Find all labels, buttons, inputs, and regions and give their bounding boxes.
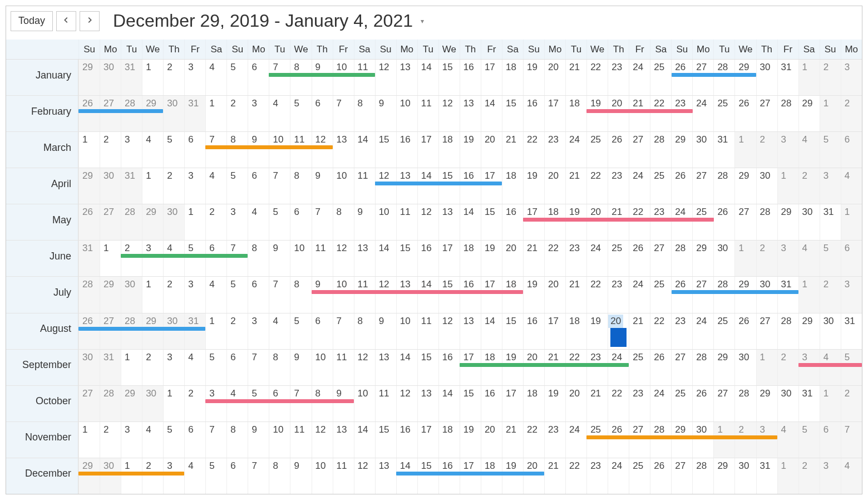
day-cell[interactable]: 5 — [163, 132, 184, 168]
day-cell[interactable]: 27 — [100, 96, 121, 131]
day-cell[interactable]: 1 — [121, 350, 142, 385]
day-cell[interactable]: 25 — [586, 132, 608, 168]
day-cell[interactable]: 30 — [756, 277, 777, 312]
day-cell[interactable]: 29 — [142, 204, 163, 240]
day-cell[interactable]: 14 — [354, 422, 375, 458]
day-cell[interactable]: 18 — [523, 386, 544, 421]
day-cell[interactable]: 12 — [375, 60, 396, 95]
day-cell[interactable]: 14 — [481, 313, 502, 349]
day-cell[interactable]: 11 — [290, 132, 311, 168]
day-cell[interactable]: 6 — [312, 96, 333, 131]
day-cell[interactable]: 12 — [375, 277, 396, 312]
event-bar[interactable] — [269, 73, 374, 77]
day-cell[interactable]: 4 — [777, 422, 798, 458]
day-cell[interactable]: 18 — [502, 277, 523, 312]
day-cell[interactable]: 6 — [184, 422, 205, 458]
day-cell[interactable]: 1 — [820, 96, 841, 131]
day-cell[interactable]: 1 — [205, 96, 226, 131]
day-cell[interactable]: 21 — [629, 96, 650, 131]
day-cell[interactable]: 6 — [226, 458, 248, 494]
day-cell[interactable]: 21 — [544, 458, 565, 494]
day-cell[interactable]: 2 — [841, 386, 862, 421]
day-cell[interactable]: 4 — [205, 60, 226, 95]
day-cell[interactable]: 5 — [820, 132, 841, 168]
day-cell[interactable]: 23 — [586, 350, 608, 385]
day-cell[interactable]: 31 — [798, 386, 820, 421]
day-cell[interactable]: 21 — [502, 422, 523, 458]
day-cell[interactable]: 26 — [734, 96, 756, 131]
day-cell[interactable]: 3 — [163, 350, 184, 385]
day-cell[interactable]: 29 — [734, 277, 756, 312]
day-cell[interactable]: 18 — [565, 96, 586, 131]
day-cell[interactable]: 9 — [312, 168, 333, 204]
day-cell[interactable]: 15 — [375, 422, 396, 458]
day-cell[interactable]: 9 — [312, 60, 333, 95]
day-cell[interactable]: 30 — [756, 168, 777, 204]
event-bar[interactable] — [312, 290, 524, 294]
day-cell[interactable]: 4 — [226, 386, 248, 421]
day-cell[interactable]: 14 — [460, 204, 481, 240]
day-cell[interactable]: 11 — [333, 458, 354, 494]
day-cell[interactable]: 1 — [777, 168, 798, 204]
day-cell[interactable]: 16 — [417, 241, 438, 276]
day-cell[interactable]: 28 — [734, 386, 756, 421]
day-cell[interactable]: 26 — [78, 96, 100, 131]
day-cell[interactable]: 30 — [692, 422, 713, 458]
day-cell[interactable]: 20 — [502, 241, 523, 276]
day-cell[interactable]: 16 — [523, 96, 544, 131]
day-cell[interactable]: 23 — [629, 386, 650, 421]
day-cell[interactable]: 21 — [565, 60, 586, 95]
day-cell[interactable]: 29 — [100, 277, 121, 312]
event-bar[interactable] — [586, 435, 777, 439]
day-cell[interactable]: 7 — [269, 60, 290, 95]
day-cell[interactable]: 19 — [586, 96, 608, 131]
day-cell[interactable]: 2 — [100, 422, 121, 458]
day-cell[interactable]: 5 — [163, 422, 184, 458]
day-cell[interactable]: 31 — [777, 277, 798, 312]
day-cell[interactable]: 16 — [396, 132, 417, 168]
day-cell[interactable]: 20 — [544, 168, 565, 204]
day-cell[interactable]: 22 — [586, 168, 608, 204]
day-cell[interactable]: 22 — [629, 204, 650, 240]
day-cell[interactable]: 12 — [333, 241, 354, 276]
day-cell[interactable]: 3 — [841, 60, 862, 95]
day-cell[interactable]: 30 — [713, 241, 734, 276]
day-cell[interactable]: 30 — [820, 313, 841, 349]
day-cell[interactable]: 6 — [290, 204, 311, 240]
day-cell[interactable]: 20 — [544, 60, 565, 95]
day-cell[interactable]: 18 — [502, 168, 523, 204]
day-cell[interactable]: 2 — [163, 168, 184, 204]
today-button[interactable]: Today — [11, 11, 53, 31]
day-cell[interactable]: 31 — [777, 60, 798, 95]
day-cell[interactable]: 22 — [650, 313, 671, 349]
day-cell[interactable]: 26 — [78, 313, 100, 349]
day-cell[interactable]: 25 — [650, 60, 671, 95]
day-cell[interactable]: 2 — [205, 204, 226, 240]
day-cell[interactable]: 4 — [841, 168, 862, 204]
day-cell[interactable]: 3 — [777, 132, 798, 168]
day-cell[interactable]: 22 — [586, 60, 608, 95]
day-cell[interactable]: 2 — [820, 277, 841, 312]
day-cell[interactable]: 24 — [608, 458, 629, 494]
day-cell[interactable]: 18 — [502, 60, 523, 95]
day-cell[interactable]: 21 — [523, 241, 544, 276]
day-cell[interactable]: 3 — [777, 241, 798, 276]
day-cell[interactable]: 15 — [438, 60, 460, 95]
day-cell[interactable]: 21 — [502, 132, 523, 168]
day-cell[interactable]: 25 — [629, 350, 650, 385]
day-cell[interactable]: 3 — [248, 96, 269, 131]
day-cell[interactable]: 29 — [121, 386, 142, 421]
day-cell[interactable]: 15 — [417, 458, 438, 494]
day-cell[interactable]: 3 — [841, 277, 862, 312]
day-cell[interactable]: 11 — [354, 168, 375, 204]
day-cell[interactable]: 14 — [438, 386, 460, 421]
day-cell[interactable]: 24 — [650, 386, 671, 421]
day-cell[interactable]: 16 — [523, 313, 544, 349]
day-cell[interactable]: 3 — [121, 132, 142, 168]
day-cell[interactable]: 3 — [184, 60, 205, 95]
day-cell[interactable]: 7 — [226, 241, 248, 276]
day-cell[interactable]: 7 — [205, 422, 226, 458]
day-cell[interactable]: 20 — [608, 96, 629, 131]
day-cell[interactable]: 23 — [608, 60, 629, 95]
day-cell-today[interactable]: 20 — [608, 313, 629, 349]
